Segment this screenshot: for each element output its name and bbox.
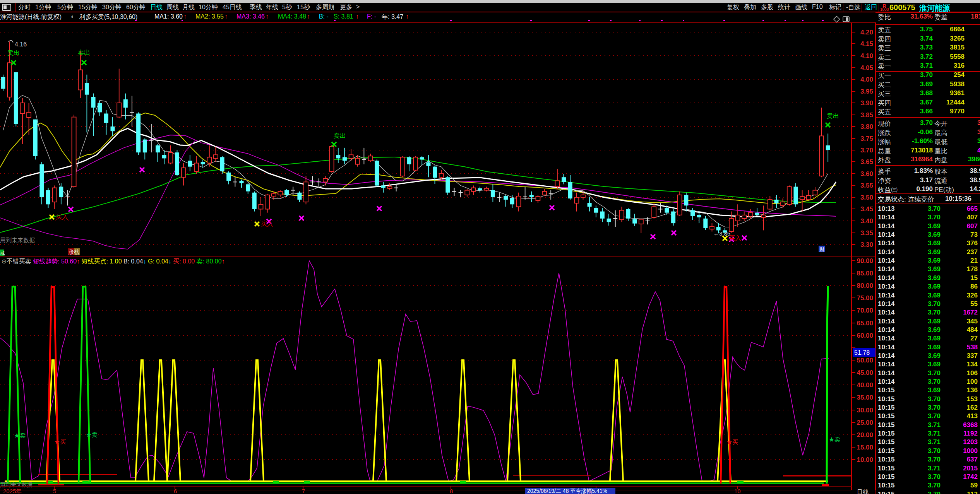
svg-text:3.55: 3.55: [860, 182, 873, 189]
svg-text:戒: 戒: [0, 250, 5, 256]
svg-text:买入: 买入: [729, 235, 741, 241]
svg-text:4.00: 4.00: [860, 76, 873, 83]
svg-text:85.00: 85.00: [857, 270, 873, 277]
svg-text:←3.35: ←3.35: [713, 230, 730, 237]
svg-text:10: 10: [734, 488, 741, 494]
svg-text:日线: 日线: [857, 489, 869, 494]
svg-text:8: 8: [450, 488, 453, 494]
svg-text:4.15: 4.15: [860, 40, 873, 48]
svg-text:用到未来数据: 用到未来数据: [0, 237, 35, 243]
svg-text:30.00: 30.00: [857, 407, 873, 414]
svg-text:3.50: 3.50: [860, 194, 873, 201]
svg-text:75.00: 75.00: [857, 294, 873, 302]
svg-text:3.90: 3.90: [860, 99, 873, 107]
svg-text:70.00: 70.00: [857, 307, 873, 314]
svg-text:3.60: 3.60: [860, 170, 873, 178]
svg-text:财: 财: [819, 246, 824, 252]
svg-text:20.00: 20.00: [857, 431, 873, 439]
svg-text:用到未来数据: 用到未来数据: [0, 482, 33, 488]
svg-text:25.00: 25.00: [857, 419, 873, 426]
svg-text:15.00: 15.00: [857, 444, 873, 451]
svg-text:3.30: 3.30: [860, 241, 873, 248]
svg-text:10.00: 10.00: [857, 456, 873, 463]
svg-text:卖出: 卖出: [7, 50, 20, 56]
svg-text:2025年: 2025年: [3, 488, 22, 494]
svg-text:3.35: 3.35: [860, 229, 873, 237]
svg-text:45.00: 45.00: [857, 369, 873, 376]
svg-text:60.00: 60.00: [857, 332, 873, 339]
svg-text:⊙不错买卖 短线趋势: 50.60↑ 短线买点: 1.00: ⊙不错买卖 短线趋势: 50.60↑ 短线买点: 1.00 B: 0.04↓ G…: [2, 258, 225, 265]
svg-text:★买: ★买: [726, 439, 738, 445]
svg-text:35.00: 35.00: [857, 394, 873, 401]
svg-text:★卖: ★卖: [86, 431, 98, 438]
svg-text:买入: 买入: [261, 221, 273, 227]
svg-text:3.95: 3.95: [860, 88, 873, 95]
svg-text:51.78: 51.78: [854, 349, 870, 356]
svg-text:3.65: 3.65: [860, 158, 873, 166]
svg-text:3.75: 3.75: [860, 135, 873, 142]
svg-text:90.00: 90.00: [857, 257, 873, 265]
svg-text:2025/08/19/二 48 至今涨幅5.41%: 2025/08/19/二 48 至今涨幅5.41%: [527, 488, 607, 494]
svg-text:3.45: 3.45: [860, 205, 873, 213]
svg-text:65.00: 65.00: [857, 320, 873, 327]
svg-text:3.85: 3.85: [860, 111, 873, 119]
svg-text:卖出: 卖出: [334, 132, 346, 139]
svg-text:6: 6: [174, 488, 177, 494]
svg-text:卖出: 卖出: [78, 49, 90, 56]
svg-text:50.00: 50.00: [857, 357, 873, 364]
svg-text:4.05: 4.05: [860, 64, 873, 72]
svg-text:买入: 买入: [56, 214, 68, 220]
svg-text:3.40: 3.40: [860, 217, 873, 225]
svg-text:涨榜: 涨榜: [69, 249, 79, 255]
svg-text:3.70: 3.70: [860, 147, 873, 154]
svg-text:卖出: 卖出: [827, 113, 839, 119]
svg-text:4.16: 4.16: [15, 41, 27, 48]
svg-text:★买: ★买: [54, 438, 66, 445]
svg-text:40.00: 40.00: [857, 381, 873, 389]
svg-text:★卖: ★卖: [14, 432, 26, 439]
svg-text:4.20: 4.20: [860, 29, 873, 36]
svg-text:4.10: 4.10: [860, 52, 873, 60]
svg-text:5: 5: [53, 488, 56, 494]
svg-text:3.80: 3.80: [860, 123, 873, 130]
svg-text:★卖: ★卖: [829, 436, 840, 443]
svg-text:7: 7: [302, 488, 305, 494]
svg-text:80.00: 80.00: [857, 282, 873, 289]
